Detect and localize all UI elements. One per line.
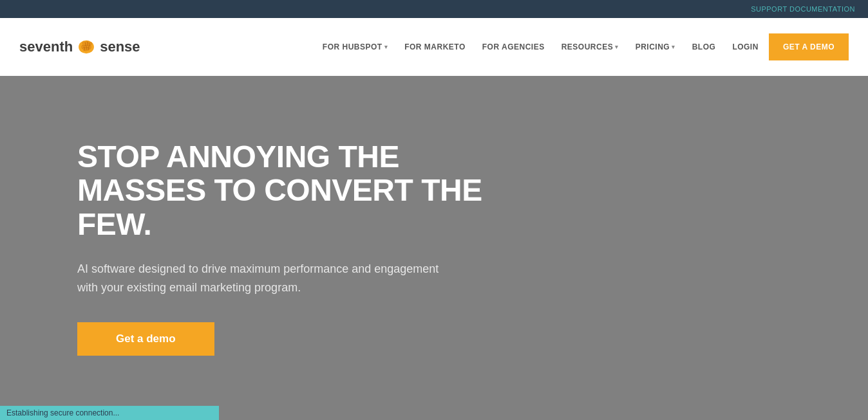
hero-content: STOP ANNOYING THE MASSES TO CONVERT THE … (77, 140, 528, 356)
brain-icon (75, 36, 97, 58)
status-bar: Establishing secure connection... (0, 406, 219, 420)
hero-subtitle: AI software designed to drive maximum pe… (77, 260, 451, 297)
main-nav: seventh sense FOR HUBSPOT ▾ FOR MARKETO … (0, 18, 868, 76)
nav-link-blog[interactable]: BLOG (686, 39, 722, 55)
nav-link-pricing[interactable]: PRICING ▾ (629, 39, 682, 55)
nav-link-marketo[interactable]: FOR MARKETO (398, 39, 472, 55)
logo-text-seventh: seventh (19, 39, 73, 55)
chevron-down-icon: ▾ (384, 44, 388, 50)
nav-link-login[interactable]: LOGIN (726, 39, 765, 55)
get-demo-nav-button[interactable]: GET A DEMO (769, 33, 849, 60)
hero-title: STOP ANNOYING THE MASSES TO CONVERT THE … (77, 140, 528, 242)
chevron-down-icon: ▾ (672, 44, 675, 50)
logo[interactable]: seventh sense (19, 36, 140, 58)
status-text: Establishing secure connection... (6, 408, 119, 417)
logo-text-sense: sense (100, 39, 140, 55)
nav-links: FOR HUBSPOT ▾ FOR MARKETO FOR AGENCIES R… (316, 33, 849, 60)
nav-link-agencies[interactable]: FOR AGENCIES (476, 39, 551, 55)
nav-link-resources[interactable]: RESOURCES ▾ (555, 39, 625, 55)
support-documentation-link[interactable]: SUPPORT DOCUMENTATION (751, 5, 855, 13)
get-demo-hero-button[interactable]: Get a demo (77, 322, 214, 356)
hero-section: STOP ANNOYING THE MASSES TO CONVERT THE … (0, 76, 868, 420)
nav-link-hubspot[interactable]: FOR HUBSPOT ▾ (316, 39, 394, 55)
chevron-down-icon: ▾ (615, 44, 619, 50)
top-bar: SUPPORT DOCUMENTATION (0, 0, 868, 18)
